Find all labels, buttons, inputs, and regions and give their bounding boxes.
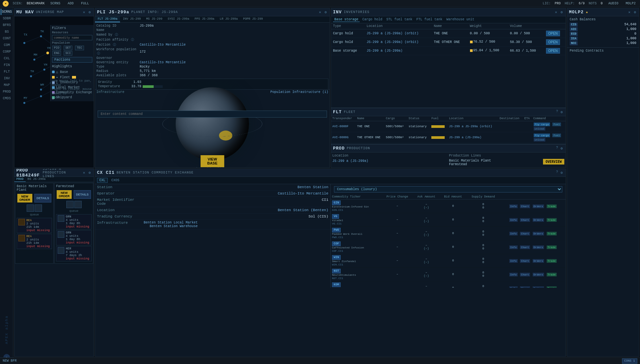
cx-info-pwo[interactable]: Info: [509, 232, 518, 235]
sidebar-item-cxl[interactable]: CXL: [1, 55, 13, 62]
inv-tab-base-storage[interactable]: Base storage: [333, 17, 360, 22]
cx-trade-gin[interactable]: Trade: [547, 204, 557, 208]
pli-tab-inv[interactable]: INV JS-299: [120, 16, 143, 22]
cx-orders-cof[interactable]: Orders: [533, 245, 544, 249]
faction-btn[interactable]: Factions: [52, 57, 92, 63]
sidebar-item-cmds[interactable]: CMDS: [1, 95, 13, 102]
cx-tab-cxos[interactable]: CXOS: [109, 178, 122, 183]
inv-tab-warehouse[interactable]: Warehouse unit: [445, 17, 476, 22]
molp-close-btn[interactable]: ✕: [627, 10, 632, 15]
cx-info-gin[interactable]: Info: [509, 204, 518, 208]
prod-overview-btn[interactable]: OVERVIEW: [543, 159, 564, 165]
cx-trade-vg[interactable]: Trade: [547, 218, 557, 222]
cx-orders-nst[interactable]: Orders: [533, 273, 544, 276]
sidebar-item-scrns[interactable]: SCRNS: [1, 9, 13, 15]
ship-loc-1[interactable]: JS-299 a JS-299a (orbit): [449, 125, 492, 128]
inv-tab-cargo-hold[interactable]: Cargo hold: [361, 17, 384, 22]
cx-chart-win[interactable]: Chart: [520, 259, 530, 263]
cx-ticker-pwo[interactable]: PWO: [332, 228, 341, 232]
cx-trade-cof[interactable]: Trade: [547, 245, 557, 249]
inv-open-btn-1[interactable]: OPEN: [546, 31, 560, 36]
cons-btn[interactable]: CONS 1: [622, 358, 637, 364]
ship-cargo-btn-2[interactable]: fly cargo: [534, 134, 550, 137]
cx-ticker-kom[interactable]: KOM: [332, 282, 341, 287]
scrns-btn[interactable]: SCRNS: [49, 1, 62, 6]
sidebar-item-prod[interactable]: PROD: [1, 89, 13, 95]
cx-orders-win[interactable]: Orders: [533, 259, 544, 263]
molp2-btn[interactable]: MOLP2: [624, 1, 637, 6]
pop-btn-tec[interactable]: TEC: [75, 46, 84, 50]
inv-open-btn-2[interactable]: OPEN: [546, 39, 560, 45]
flt-settings-btn[interactable]: ⚙: [559, 110, 564, 115]
sidebar-item-sdbr[interactable]: SDBR: [1, 15, 13, 22]
cx-orders-kom[interactable]: Orders: [533, 286, 544, 288]
cx-infra-link-1[interactable]: Benten Station Local Market: [144, 221, 198, 224]
cx-settings-btn[interactable]: ⚙: [559, 170, 564, 175]
map-area[interactable]: TX TK WV MH YH TH YH WH MY: [14, 16, 94, 168]
ship-fuel-btn-1[interactable]: fuel: [552, 123, 561, 126]
cx-ticker-win[interactable]: WIN: [332, 255, 341, 260]
command-input[interactable]: [98, 111, 327, 118]
inv-close-btn[interactable]: ✕: [554, 10, 558, 15]
ship-transponder-1[interactable]: AVI-0000F: [332, 125, 349, 128]
cx-chart-nst[interactable]: Chart: [520, 273, 530, 276]
sidebar-item-corp[interactable]: CORP: [1, 49, 13, 55]
cx-trade-win[interactable]: Trade: [547, 259, 557, 263]
add-btn[interactable]: ADD: [66, 1, 75, 6]
full-btn[interactable]: FULL: [79, 1, 91, 6]
pop-btn-sci[interactable]: SCI: [64, 51, 72, 56]
prod-help-btn[interactable]: ?: [556, 146, 558, 151]
prod-settings-btn[interactable]: ⚙: [559, 146, 564, 151]
cx-category-dropdown[interactable]: Consumables (luxury) Consumables (basic)…: [334, 186, 562, 192]
inv-tab-ftl-fuel[interactable]: FTL fuel tank: [415, 17, 444, 22]
cx-orders-gin[interactable]: Orders: [533, 204, 544, 208]
sidebar-item-bfrs[interactable]: BFRS: [1, 22, 13, 28]
molp-settings-btn[interactable]: ⚙: [633, 10, 637, 15]
pli-tab-lr[interactable]: LR JS-299a: [217, 16, 240, 22]
inv-loc-link-3[interactable]: JS-299 a (JS-299a): [367, 49, 403, 53]
cx-info-cof[interactable]: Info: [509, 245, 518, 249]
pop-btn-pio[interactable]: PIO: [52, 46, 61, 50]
cx-ticker-nst[interactable]: NST: [332, 269, 341, 273]
cx-tab-cxl[interactable]: CXL: [97, 178, 108, 183]
cx-chart-cof[interactable]: Chart: [520, 245, 530, 249]
sidebar-item-cont[interactable]: CONT: [1, 35, 13, 42]
inv-loc-link-2[interactable]: JS-299 a (JS-299a) (orbit): [367, 40, 419, 44]
sidebar-item-map[interactable]: MAP: [1, 82, 13, 88]
sidebar-item-flt[interactable]: FLT: [1, 69, 13, 75]
ship-fuel-btn-2[interactable]: fuel: [552, 134, 561, 137]
cx-chart-kom[interactable]: Chart: [520, 286, 530, 288]
commodity-filter-input[interactable]: [52, 35, 92, 40]
cx-info-vg[interactable]: Info: [509, 218, 518, 222]
ship-loc-2[interactable]: JS-299 a (JS-299a): [449, 136, 481, 139]
cx-trade-kom[interactable]: Trade: [547, 286, 557, 288]
pli-tab-ms[interactable]: MS JS-299: [143, 16, 165, 22]
cx-ticker-cof[interactable]: COF: [332, 241, 341, 246]
sidebar-item-bs[interactable]: BS: [1, 29, 13, 35]
pli-tab-popr[interactable]: POPR JS-299: [240, 16, 265, 22]
inv-open-btn-3[interactable]: OPEN: [546, 48, 560, 54]
cx-ticker-gin[interactable]: GIN: [332, 200, 341, 205]
cx-trade-nst[interactable]: Trade: [547, 273, 557, 276]
prod-farm-new-order[interactable]: NEW ORDER: [57, 190, 72, 199]
prod-bmp-new-order[interactable]: NEW ORDER: [17, 194, 32, 202]
cx-info-win[interactable]: Info: [509, 259, 518, 263]
cx-orders-pwo[interactable]: Orders: [533, 232, 544, 235]
pop-btn-set[interactable]: SET: [64, 46, 72, 50]
cx-info-kom[interactable]: Info: [509, 286, 518, 288]
cx-chart-pwo[interactable]: Chart: [520, 232, 530, 235]
pli-settings-btn[interactable]: ⚙: [323, 10, 328, 15]
view-base-btn[interactable]: VIEW BASE: [201, 155, 224, 167]
audio-btn[interactable]: AUDIO: [607, 1, 620, 6]
prod-bmp-details[interactable]: DETAILS: [34, 194, 52, 202]
pli-tab-sysi[interactable]: SYSI JS-299a: [165, 16, 192, 22]
sidebar-item-fin[interactable]: FIN: [1, 62, 13, 68]
ship-unload-btn-2[interactable]: unload: [534, 138, 545, 142]
pop-btn-eng[interactable]: ENG: [52, 51, 61, 56]
pli-tab-flt[interactable]: FLT JS-299a: [95, 16, 120, 22]
ship-transponder-2[interactable]: AVI-0000G: [332, 136, 349, 139]
sidebar-item-com[interactable]: COM: [1, 42, 13, 48]
highlight-base[interactable]: △ Base: [52, 69, 92, 75]
sidebar-item-inv[interactable]: INV: [1, 75, 13, 82]
prod-detail-close-btn[interactable]: ✕: [82, 170, 86, 175]
